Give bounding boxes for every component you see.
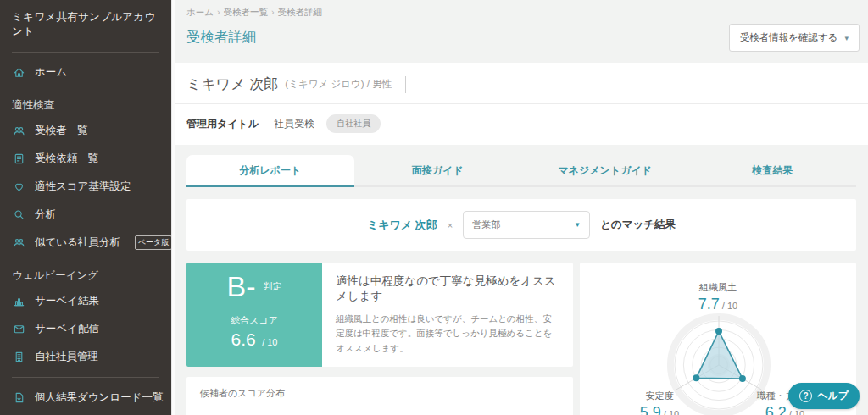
sidebar-item-label: 個人結果ダウンロード一覧	[35, 390, 163, 405]
breadcrumb-item-1[interactable]: 受検者一覧	[224, 7, 269, 17]
account-name: ミキワメ共有サンプルアカウント	[0, 0, 171, 46]
sidebar-section-label: 適性検査	[0, 86, 171, 117]
score-divider	[202, 307, 307, 307]
heart-icon	[12, 180, 25, 194]
main-content: ホーム›受検者一覧›受検者詳細 受検者詳細 受検者情報を確認する ▾ ミキワメ …	[175, 0, 868, 415]
grade-value: B-	[227, 271, 256, 302]
tab-1[interactable]: 面接ガイド	[354, 155, 522, 185]
result-text: 適性は中程度なので丁寧な見極めをオススメします 組織風土との相性は良いですが、チ…	[322, 263, 573, 367]
sidebar-item-label: ホーム	[35, 65, 67, 80]
question-circle-icon: ?	[799, 390, 812, 402]
sidebar-item-file-3[interactable]: 受検依頼一覧	[0, 145, 171, 173]
chevron-down-icon: ▾	[844, 34, 849, 42]
employee-type-badge: 自社社員	[326, 114, 381, 133]
breadcrumb-item-2: 受検者詳細	[278, 7, 323, 17]
sidebar-menu: ホーム適性検査受検者一覧受検依頼一覧適性スコア基準設定分析似ている社員分析ベータ…	[0, 58, 171, 415]
page-title: 受検者詳細	[186, 29, 257, 47]
file-icon	[12, 152, 25, 166]
sidebar-item-heart-4[interactable]: 適性スコア基準設定	[0, 173, 171, 201]
admin-title-value: 社員受検	[274, 117, 314, 131]
sidebar-item-search-5[interactable]: 分析	[0, 201, 171, 229]
total-score-value: 6.6	[231, 329, 255, 349]
examinee-name: ミキワメ 次郎	[186, 75, 278, 94]
sidebar-section-label: ウェルビーイング	[0, 257, 171, 287]
sidebar-item-label: 適性スコア基準設定	[35, 180, 131, 194]
sidebar-item-download-12[interactable]: 個人結果ダウンロード一覧	[0, 384, 171, 412]
total-score-max: / 10	[262, 337, 277, 347]
sidebar-item-chart-8[interactable]: サーベイ結果	[0, 287, 171, 315]
sidebar: ミキワメ共有サンプルアカウント ホーム適性検査受検者一覧受検依頼一覧適性スコア基…	[0, 0, 171, 415]
admin-title-label: 管理用タイトル	[186, 117, 259, 131]
score-distribution-title: 候補者のスコア分布	[200, 387, 559, 400]
tab-2[interactable]: マネジメントガイド	[521, 155, 689, 185]
chevron-down-icon: ▼	[574, 221, 581, 229]
radar-axis-category: 安定度	[640, 390, 679, 402]
breadcrumb-separator: ›	[271, 7, 275, 17]
download-icon	[12, 391, 25, 405]
building-icon	[12, 351, 25, 364]
breadcrumb-separator: ›	[217, 7, 220, 17]
sidebar-divider	[12, 377, 159, 378]
sidebar-item-label: 受検者一覧	[35, 124, 88, 138]
breadcrumb-item-0[interactable]: ホーム	[186, 7, 214, 17]
match-card: ミキワメ 次郎 × 営業部 ▼ とのマッチ結果	[186, 199, 856, 251]
examinee-name-row: ミキワメ 次郎 (ミキワメ ジロウ) / 男性	[175, 63, 868, 103]
breadcrumb: ホーム›受検者一覧›受検者詳細	[175, 0, 868, 19]
score-distribution-card: 候補者のスコア分布 受検完了した候補者数が少ないためグラフを表示することができま…	[186, 377, 573, 415]
home-icon	[12, 66, 25, 80]
sidebar-item-label: 自社社員管理	[35, 350, 98, 364]
grade-label: 判定	[264, 280, 282, 293]
examinee-kana-gender: (ミキワメ ジロウ) / 男性	[285, 78, 392, 91]
radar-axis-label-0: 組織風土7.7 / 10	[698, 281, 737, 313]
help-button-label: ヘルプ	[817, 389, 849, 403]
sidebar-item-home-0[interactable]: ホーム	[0, 58, 171, 86]
admin-title-row: 管理用タイトル 社員受検 自社社員	[175, 104, 868, 145]
report-columns: B- 判定 総合スコア 6.6 / 10 適性は中程度なので丁寧な見極めをオスス…	[186, 263, 856, 415]
sidebar-item-label: サーベイ結果	[35, 294, 99, 308]
radar-axis-value: 5.9 / 10	[640, 404, 679, 415]
sidebar-item-users-6[interactable]: 似ている社員分析ベータ版	[0, 229, 171, 257]
score-box: B- 判定 総合スコア 6.6 / 10	[186, 263, 322, 367]
sidebar-item-mail-9[interactable]: サーベイ配信	[0, 315, 171, 343]
beta-badge: ベータ版	[135, 235, 171, 250]
match-candidate-name: ミキワメ 次郎	[367, 218, 437, 233]
examinee-summary: ミキワメ 次郎 (ミキワメ ジロウ) / 男性 管理用タイトル 社員受検 自社社…	[175, 63, 868, 145]
tab-bar: 分析レポート面接ガイドマネジメントガイド検査結果	[186, 155, 856, 187]
tab-0[interactable]: 分析レポート	[186, 155, 354, 185]
radar-axis-value: 7.7 / 10	[698, 296, 737, 313]
examinee-info-button-label: 受検者情報を確認する	[740, 31, 838, 44]
users-icon	[12, 236, 25, 250]
sidebar-item-label: サーベイ配信	[35, 322, 99, 336]
radar-axis-category: 組織風土	[698, 281, 737, 294]
sidebar-item-label: 分析	[35, 208, 56, 222]
match-separator: ×	[448, 220, 453, 230]
result-headline: 適性は中程度なので丁寧な見極めをオススメします	[336, 274, 559, 304]
sidebar-item-label: 受検依頼一覧	[35, 152, 98, 166]
sidebar-item-users-2[interactable]: 受検者一覧	[0, 117, 171, 145]
users-icon	[12, 125, 25, 138]
department-select-value: 営業部	[472, 219, 500, 231]
tab-3[interactable]: 検査結果	[689, 155, 857, 185]
left-column: B- 判定 総合スコア 6.6 / 10 適性は中程度なので丁寧な見極めをオスス…	[186, 263, 573, 415]
app-window: ミキワメ共有サンプルアカウント ホーム適性検査受検者一覧受検依頼一覧適性スコア基…	[0, 0, 868, 415]
mail-icon	[12, 323, 25, 336]
department-select[interactable]: 営業部 ▼	[463, 211, 590, 239]
sidebar-item-label: 似ている社員分析	[35, 235, 120, 250]
total-score-label: 総合スコア	[186, 314, 322, 327]
search-icon	[12, 208, 25, 222]
page-header: 受検者詳細 受検者情報を確認する ▾	[175, 19, 868, 52]
sidebar-item-building-10[interactable]: 自社社員管理	[0, 343, 171, 371]
help-button[interactable]: ? ヘルプ	[788, 383, 860, 409]
overall-result-card: B- 判定 総合スコア 6.6 / 10 適性は中程度なので丁寧な見極めをオスス…	[186, 263, 573, 367]
sidebar-divider	[12, 52, 159, 53]
examinee-info-button[interactable]: 受検者情報を確認する ▾	[729, 24, 860, 52]
radar-axis-label-2: 安定度5.9 / 10	[640, 390, 679, 415]
match-suffix: とのマッチ結果	[600, 218, 676, 232]
chart-icon	[12, 295, 25, 308]
name-separator	[405, 76, 406, 93]
result-description: 組織風土との相性は良いですが、チームとの相性、安定度は中程度です。面接等でしっか…	[336, 312, 559, 356]
